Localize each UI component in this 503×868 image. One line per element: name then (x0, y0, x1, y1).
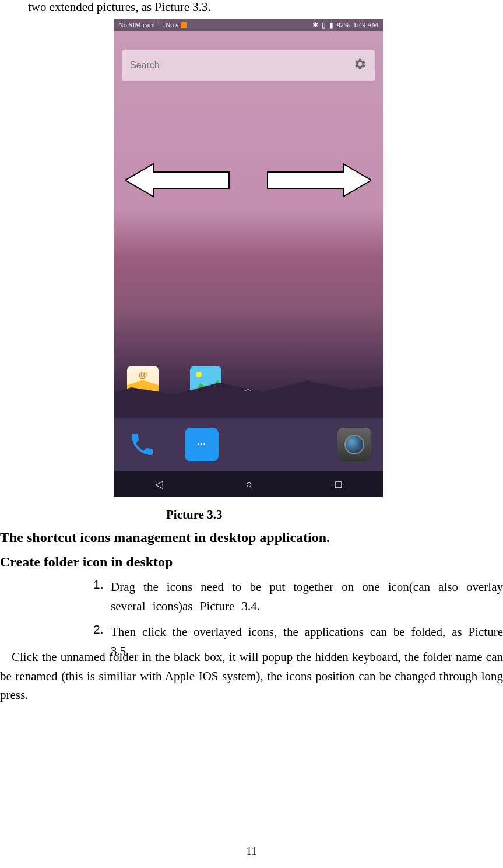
bluetooth-icon: ✱ (312, 21, 318, 30)
heading-folder: Create folder icon in desktop (0, 554, 173, 570)
chevron-up-icon[interactable]: ︿ (244, 384, 252, 394)
svg-marker-1 (268, 164, 371, 197)
orange-indicator-icon (181, 22, 187, 28)
back-button[interactable]: ◁ (155, 478, 163, 491)
heading-shortcut: The shortcut icons management in desktop… (0, 530, 330, 545)
page-number: 11 (247, 845, 256, 858)
battery-percent: 92% (337, 21, 350, 30)
status-sim: No SIM card — No s (118, 21, 178, 30)
list-text: Drag the icons need to be put together o… (111, 578, 503, 615)
search-placeholder: Search (130, 60, 354, 71)
search-bar[interactable]: Search (122, 50, 375, 80)
figure-caption: Picture 3.3 (166, 508, 222, 522)
swipe-arrows (114, 162, 383, 199)
signal-icon: ▯ (322, 21, 326, 30)
list-item: 1. Drag the icons need to be put togethe… (93, 578, 503, 615)
phone-app-icon[interactable] (125, 428, 159, 461)
recent-button[interactable]: □ (335, 478, 342, 491)
nav-bar: ◁ ○ □ (114, 471, 383, 497)
home-button[interactable]: ○ (246, 478, 252, 491)
status-bar: No SIM card — No s ✱ ▯ ▮ 92% 1:49 AM (114, 19, 383, 32)
paragraph: Click the unnamed folder in the black bo… (0, 648, 503, 705)
gear-icon[interactable] (354, 58, 367, 73)
dock (114, 418, 383, 471)
arrow-right-icon (266, 162, 371, 199)
svg-marker-0 (125, 164, 229, 197)
messages-app-icon[interactable] (185, 428, 219, 461)
top-text: two extended pictures, as Picture 3.3. (28, 0, 211, 15)
phone-screenshot: No SIM card — No s ✱ ▯ ▮ 92% 1:49 AM Sea… (114, 19, 383, 497)
clock: 1:49 AM (353, 21, 378, 30)
list-number: 1. (93, 578, 111, 615)
arrow-left-icon (125, 162, 230, 199)
camera-app-icon[interactable] (337, 428, 371, 461)
battery-icon: ▮ (329, 21, 333, 30)
